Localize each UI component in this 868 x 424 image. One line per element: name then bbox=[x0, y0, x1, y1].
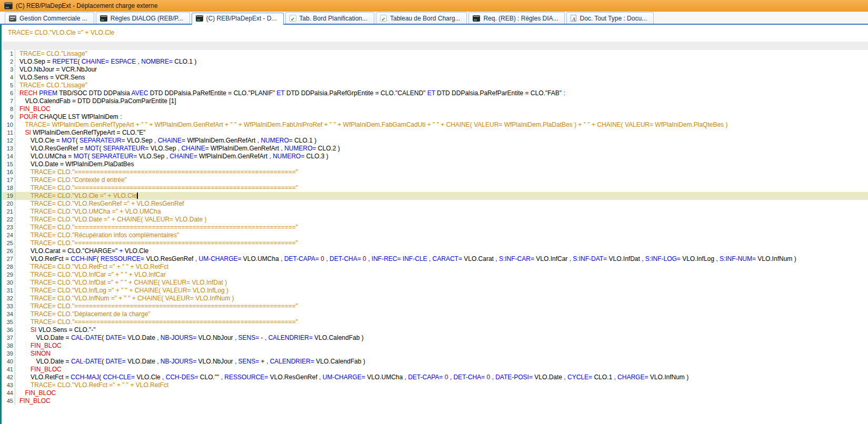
line-number[interactable]: 19 bbox=[2, 192, 15, 200]
line-number[interactable]: 24 bbox=[2, 231, 15, 239]
line-number[interactable]: 6 bbox=[2, 89, 15, 97]
line-number[interactable]: 30 bbox=[2, 279, 15, 287]
line-number[interactable]: 22 bbox=[2, 216, 15, 224]
code-line[interactable]: 34TRACE= CLO."Déplacement de la charge" bbox=[2, 310, 868, 318]
tab-gestion-commerciale[interactable]: Gestion Commerciale ... bbox=[5, 12, 94, 24]
code-line[interactable]: 40VLO.Date = CAL-DATE( DATE= VLO.Date , … bbox=[2, 358, 868, 366]
line-number[interactable]: 31 bbox=[2, 287, 15, 295]
code-line[interactable]: 41FIN_BLOC bbox=[2, 366, 868, 373]
code-line[interactable]: 6RECH PREM TBD/SOC DTD DDPalsia AVEC DTD… bbox=[2, 89, 868, 97]
code-line[interactable]: 11SI WfPlaIniDem.GenRefTypeArt = CLO."E" bbox=[2, 129, 868, 137]
code-line[interactable]: 19TRACE= CLO."VLO.Cle =" + VLO.Cle bbox=[2, 192, 868, 200]
code-line[interactable]: 21TRACE= CLO."VLO.UMCha =" + VLO.UMCha bbox=[2, 208, 868, 216]
code-line[interactable]: 14VLO.UMCha = MOT( SEPARATEUR= VLO.Sep ,… bbox=[2, 153, 868, 160]
code-line[interactable]: 4VLO.Sens = VCR.Sens bbox=[2, 74, 868, 82]
code-line[interactable]: 37VLO.Date = CAL-DATE( DATE= VLO.Date , … bbox=[2, 334, 868, 342]
code-line[interactable]: 29TRACE= CLO."VLO.InfCar =" + " " + VLO.… bbox=[2, 271, 868, 279]
code-line[interactable]: 22TRACE= CLO."VLO.Date =" + CHAINE( VALE… bbox=[2, 216, 868, 224]
code-line[interactable]: 44FIN_BLOC bbox=[2, 389, 868, 397]
code-line[interactable]: 42VLO.RetFct = CCH-MAJ( CCH-CLE= VLO.Cle… bbox=[2, 373, 868, 381]
line-number[interactable]: 42 bbox=[2, 373, 15, 381]
line-number[interactable]: 3 bbox=[2, 66, 15, 74]
code-line[interactable]: 31TRACE= CLO."VLO.InfLog =" + " " + CHAI… bbox=[2, 287, 868, 295]
line-number[interactable]: 15 bbox=[2, 160, 15, 168]
tab-req-regles-dialog[interactable]: Req. (REB) : Règles DIA... bbox=[468, 12, 565, 24]
code-line[interactable]: 1TRACE= CLO."Lissage" bbox=[2, 50, 868, 58]
code-line[interactable]: 8FIN_BLOC bbox=[2, 105, 868, 113]
code-line[interactable]: 24TRACE= CLO."Récupération infos complém… bbox=[2, 231, 868, 239]
line-number[interactable]: 8 bbox=[2, 105, 15, 113]
line-number[interactable]: 20 bbox=[2, 200, 15, 208]
line-number[interactable]: 16 bbox=[2, 168, 15, 176]
line-number[interactable]: 4 bbox=[2, 74, 15, 82]
line-number[interactable]: 41 bbox=[2, 366, 15, 373]
code-line[interactable]: 3VLO.NbJour = VCR.NbJour bbox=[2, 66, 868, 74]
line-number[interactable]: 5 bbox=[2, 82, 15, 89]
line-number[interactable]: 17 bbox=[2, 176, 15, 184]
line-number[interactable]: 32 bbox=[2, 295, 15, 302]
code-line[interactable]: 25TRACE= CLO."==========================… bbox=[2, 239, 868, 247]
line-number[interactable]: 28 bbox=[2, 263, 15, 271]
code-edit-field[interactable]: TRACE= CLO."VLO.Cle =" + VLO.Cle bbox=[2, 25, 868, 42]
code-line[interactable]: 36SI VLO.Sens = CLO."-" bbox=[2, 326, 868, 334]
tab-regles-dialog[interactable]: Règles DIALOG (REB/P... bbox=[96, 12, 190, 24]
line-number[interactable]: 2 bbox=[2, 58, 15, 66]
tab-bord-planification[interactable]: Tab. Bord Planification... bbox=[285, 12, 374, 24]
code-line[interactable]: 5TRACE= CLO."Lissage" bbox=[2, 82, 868, 89]
code-line[interactable]: 9POUR CHAQUE LST WfPlaIniDem : bbox=[2, 113, 868, 121]
code-line[interactable]: 43TRACE= CLO."VLO.RetFct =" + " " + VLO.… bbox=[2, 381, 868, 389]
line-number[interactable]: 11 bbox=[2, 129, 15, 137]
line-number[interactable]: 13 bbox=[2, 145, 15, 153]
code-area[interactable]: 1TRACE= CLO."Lissage"2VLO.Sep = REPETE( … bbox=[2, 50, 868, 424]
code-line[interactable]: 13VLO.ResGenRef = MOT( SEPARATEUR= VLO.S… bbox=[2, 145, 868, 153]
line-number[interactable]: 1 bbox=[2, 50, 15, 58]
code-line[interactable]: 30TRACE= CLO."VLO.InfDat =" + " " + CHAI… bbox=[2, 279, 868, 287]
code-line[interactable]: 10TRACE= WfPlaIniDem.GenRefTypeArt + " "… bbox=[2, 121, 868, 129]
code-line[interactable]: 23TRACE= CLO."==========================… bbox=[2, 224, 868, 231]
line-number[interactable]: 26 bbox=[2, 247, 15, 255]
code-line[interactable]: 32TRACE= CLO."VLO.InfNum =" + " " + CHAI… bbox=[2, 295, 868, 302]
code-line[interactable]: 20TRACE= CLO."VLO.ResGenRef =" + VLO.Res… bbox=[2, 200, 868, 208]
line-number[interactable]: 33 bbox=[2, 302, 15, 310]
separator-band bbox=[2, 42, 868, 50]
line-number[interactable]: 29 bbox=[2, 271, 15, 279]
line-number[interactable]: 23 bbox=[2, 224, 15, 231]
line-number[interactable]: 38 bbox=[2, 342, 15, 350]
line-number[interactable]: 35 bbox=[2, 318, 15, 326]
line-number[interactable]: 34 bbox=[2, 310, 15, 318]
tab-pladepext[interactable]: (C) REB/PlaDepExt - D... bbox=[192, 13, 284, 25]
tab-doc-tout-type[interactable]: Doc. Tout Type : Docu... bbox=[566, 12, 654, 24]
code-line[interactable]: 15VLO.Date = WfPlaIniDem.PlaDatBes bbox=[2, 160, 868, 168]
line-number[interactable]: 44 bbox=[2, 389, 15, 397]
code-line[interactable]: 26VLO.Carat = CLO."CHARGE=" + VLO.Cle bbox=[2, 247, 868, 255]
code-line[interactable]: 38FIN_BLOC bbox=[2, 342, 868, 350]
code-line[interactable]: 35TRACE= CLO."==========================… bbox=[2, 318, 868, 326]
line-number[interactable]: 14 bbox=[2, 153, 15, 160]
line-number[interactable]: 45 bbox=[2, 397, 15, 405]
line-number[interactable]: 10 bbox=[2, 121, 15, 129]
line-number[interactable]: 37 bbox=[2, 334, 15, 342]
code-line[interactable]: 2VLO.Sep = REPETE( CHAINE= ESPACE , NOMB… bbox=[2, 58, 868, 66]
code-line[interactable]: 33TRACE= CLO."==========================… bbox=[2, 302, 868, 310]
tab-tableau-bord-charge[interactable]: Tableau de Bord Charg... bbox=[376, 12, 467, 24]
line-number[interactable]: 43 bbox=[2, 381, 15, 389]
code-line[interactable]: 28TRACE= CLO."VLO.RetFct =" + " " + VLO.… bbox=[2, 263, 868, 271]
code-line[interactable]: 27VLO.RetFct = CCH-INF( RESSOURCE= VLO.R… bbox=[2, 255, 868, 263]
line-number[interactable]: 12 bbox=[2, 137, 15, 145]
code-line[interactable]: 39SINON bbox=[2, 350, 868, 358]
line-number[interactable]: 9 bbox=[2, 113, 15, 121]
line-number[interactable]: 36 bbox=[2, 326, 15, 334]
line-number[interactable]: 7 bbox=[2, 97, 15, 105]
code-line[interactable]: 7VLO.CalendFab = DTD DDPalsia.PaComParEn… bbox=[2, 97, 868, 105]
code-line[interactable]: 12VLO.Cle = MOT( SEPARATEUR= VLO.Sep , C… bbox=[2, 137, 868, 145]
code-line[interactable]: 17TRACE= CLO."Contexte d entrée" bbox=[2, 176, 868, 184]
line-number[interactable]: 40 bbox=[2, 358, 15, 366]
line-number[interactable]: 18 bbox=[2, 184, 15, 192]
line-number[interactable]: 39 bbox=[2, 350, 15, 358]
line-number[interactable]: 27 bbox=[2, 255, 15, 263]
code-line[interactable]: 45FIN_BLOC bbox=[2, 397, 868, 405]
line-number[interactable]: 21 bbox=[2, 208, 15, 216]
line-number[interactable]: 25 bbox=[2, 239, 15, 247]
code-line[interactable]: 18TRACE= CLO."==========================… bbox=[2, 184, 868, 192]
code-line[interactable]: 16TRACE= CLO."==========================… bbox=[2, 168, 868, 176]
